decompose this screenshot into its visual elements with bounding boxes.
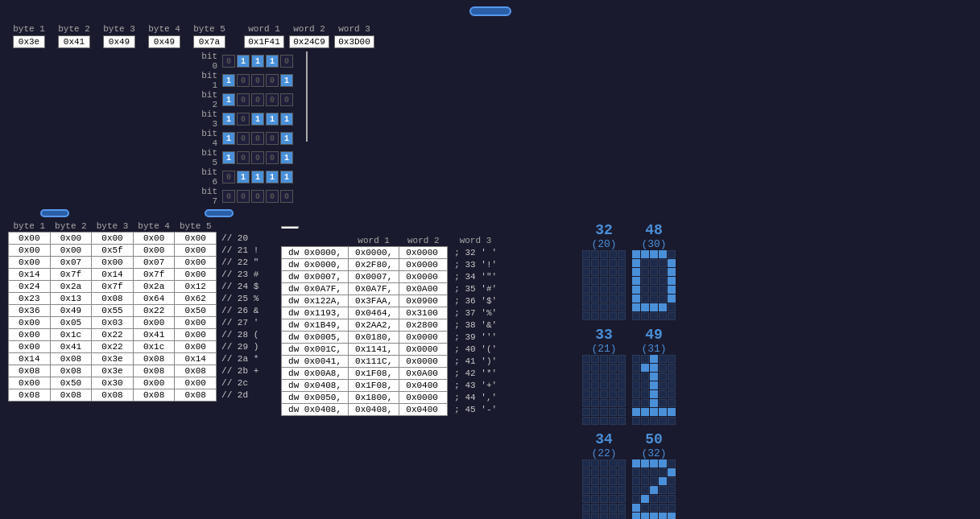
bit-cell-0-3[interactable]: 1: [266, 55, 279, 68]
bit-cell-0-0[interactable]: 0: [222, 55, 235, 68]
input-cell-10-1[interactable]: 0x08: [50, 353, 92, 365]
bit-cell-6-1[interactable]: 1: [237, 171, 250, 183]
input-cell-2-1[interactable]: 0x07: [50, 257, 92, 269]
input-cell-7-0[interactable]: 0x00: [9, 317, 51, 329]
bit-cell-4-0[interactable]: 1: [222, 132, 235, 145]
byte-value-3[interactable]: 0x49: [148, 35, 180, 48]
byte-value-1[interactable]: 0x41: [58, 35, 90, 48]
input-cell-5-4[interactable]: 0x62: [175, 293, 217, 305]
input-cell-1-2[interactable]: 0x5f: [92, 245, 134, 257]
bit-cell-0-2[interactable]: 1: [251, 55, 264, 68]
input-cell-5-3[interactable]: 0x64: [133, 293, 175, 305]
bit-cell-6-2[interactable]: 1: [251, 171, 264, 183]
input-cell-7-4[interactable]: 0x00: [175, 317, 217, 329]
input-cell-10-3[interactable]: 0x08: [133, 353, 175, 365]
input-cell-13-2[interactable]: 0x08: [92, 389, 134, 402]
input-cell-3-2[interactable]: 0x14: [92, 269, 134, 281]
input-cell-0-1[interactable]: 0x00: [50, 233, 92, 245]
input-cell-6-2[interactable]: 0x55: [92, 305, 134, 317]
input-cell-13-0[interactable]: 0x08: [9, 389, 51, 402]
input-cell-11-4[interactable]: 0x08: [175, 365, 217, 377]
bit-cell-3-4[interactable]: 1: [280, 113, 293, 126]
word-value-2[interactable]: 0x3D00: [334, 35, 374, 48]
bit-cell-6-4[interactable]: 1: [280, 171, 293, 183]
asm-tab[interactable]: [281, 226, 299, 229]
word-value-0[interactable]: 0x1F41: [244, 35, 284, 48]
output-section[interactable]: word 1word 2word 3 dw 0x0000,0x0000,0x00…: [273, 219, 579, 519]
input-cell-6-3[interactable]: 0x22: [133, 305, 175, 317]
input-cell-9-2[interactable]: 0x22: [92, 341, 134, 353]
input-cell-11-3[interactable]: 0x08: [133, 365, 175, 377]
input-cell-2-3[interactable]: 0x07: [133, 257, 175, 269]
input-cell-8-0[interactable]: 0x00: [9, 329, 51, 341]
input-cell-2-2[interactable]: 0x00: [92, 257, 134, 269]
input-cell-6-1[interactable]: 0x49: [50, 305, 92, 317]
bit-cell-1-0[interactable]: 1: [222, 74, 235, 87]
bit-cell-4-3[interactable]: 0: [266, 132, 279, 145]
input-cell-6-0[interactable]: 0x36: [9, 305, 51, 317]
bit-cell-3-0[interactable]: 1: [222, 113, 235, 126]
input-cell-9-0[interactable]: 0x00: [9, 341, 51, 353]
bit-cell-5-1[interactable]: 0: [237, 151, 250, 164]
bit-cell-6-3[interactable]: 1: [266, 171, 279, 183]
input-cell-12-1[interactable]: 0x50: [50, 377, 92, 389]
input-cell-1-0[interactable]: 0x00: [9, 245, 51, 257]
bit-cell-2-3[interactable]: 0: [266, 93, 279, 106]
input-cell-1-4[interactable]: 0x00: [175, 245, 217, 257]
input-section[interactable]: byte 1byte 2byte 3byte 4byte 5 0x000x000…: [0, 219, 273, 519]
bit-cell-0-4[interactable]: 0: [280, 55, 293, 68]
input-cell-8-4[interactable]: 0x00: [175, 329, 217, 341]
bit-cell-4-1[interactable]: 0: [237, 132, 250, 145]
input-cell-5-2[interactable]: 0x08: [92, 293, 134, 305]
input-cell-4-4[interactable]: 0x12: [175, 281, 217, 293]
bit-cell-7-1[interactable]: 0: [237, 190, 250, 203]
bit-cell-7-2[interactable]: 0: [251, 190, 264, 203]
bit-cell-2-1[interactable]: 0: [237, 93, 250, 106]
input-cell-12-3[interactable]: 0x00: [133, 377, 175, 389]
bit-cell-1-1[interactable]: 0: [237, 74, 250, 87]
bit-cell-5-0[interactable]: 1: [222, 151, 235, 164]
input-cell-7-2[interactable]: 0x03: [92, 317, 134, 329]
input-cell-3-1[interactable]: 0x7f: [50, 269, 92, 281]
input-cell-4-3[interactable]: 0x2a: [133, 281, 175, 293]
input-cell-10-4[interactable]: 0x14: [175, 353, 217, 365]
input-cell-4-1[interactable]: 0x2a: [50, 281, 92, 293]
input-cell-11-1[interactable]: 0x08: [50, 365, 92, 377]
input-cell-0-3[interactable]: 0x00: [133, 233, 175, 245]
word-value-1[interactable]: 0x24C9: [289, 35, 329, 48]
input-cell-12-0[interactable]: 0x00: [9, 377, 51, 389]
bit-cell-7-3[interactable]: 0: [266, 190, 279, 203]
input-cell-12-4[interactable]: 0x00: [175, 377, 217, 389]
bit-cell-2-4[interactable]: 0: [280, 93, 293, 106]
input-cell-9-3[interactable]: 0x1c: [133, 341, 175, 353]
byte-value-0[interactable]: 0x3e: [13, 35, 45, 48]
bit-cell-5-2[interactable]: 0: [251, 151, 264, 164]
input-cell-3-3[interactable]: 0x7f: [133, 269, 175, 281]
input-cell-13-3[interactable]: 0x08: [133, 389, 175, 402]
input-cell-7-3[interactable]: 0x00: [133, 317, 175, 329]
input-cell-11-0[interactable]: 0x08: [9, 365, 51, 377]
bit-cell-7-0[interactable]: 0: [222, 190, 235, 203]
input-cell-8-1[interactable]: 0x1c: [50, 329, 92, 341]
input-cell-4-0[interactable]: 0x24: [9, 281, 51, 293]
input-cell-3-0[interactable]: 0x14: [9, 269, 51, 281]
input-cell-6-4[interactable]: 0x50: [175, 305, 217, 317]
input-cell-1-1[interactable]: 0x00: [50, 245, 92, 257]
bit-cell-1-2[interactable]: 0: [251, 74, 264, 87]
input-cell-0-4[interactable]: 0x00: [175, 233, 217, 245]
bit-cell-1-3[interactable]: 0: [266, 74, 279, 87]
input-cell-5-0[interactable]: 0x23: [9, 293, 51, 305]
input-cell-13-4[interactable]: 0x08: [175, 389, 217, 402]
input-cell-8-2[interactable]: 0x22: [92, 329, 134, 341]
bit-cell-6-0[interactable]: 0: [222, 171, 235, 183]
bit-cell-2-0[interactable]: 1: [222, 93, 235, 106]
bit-cell-3-2[interactable]: 1: [251, 113, 264, 126]
input-cell-5-1[interactable]: 0x13: [50, 293, 92, 305]
bit-cell-4-4[interactable]: 1: [280, 132, 293, 145]
bit-cell-7-4[interactable]: 0: [280, 190, 293, 203]
input-cell-2-4[interactable]: 0x00: [175, 257, 217, 269]
input-cell-2-0[interactable]: 0x00: [9, 257, 51, 269]
input-cell-10-0[interactable]: 0x14: [9, 353, 51, 365]
input-cell-0-2[interactable]: 0x00: [92, 233, 134, 245]
bit-cell-5-4[interactable]: 1: [280, 151, 293, 164]
